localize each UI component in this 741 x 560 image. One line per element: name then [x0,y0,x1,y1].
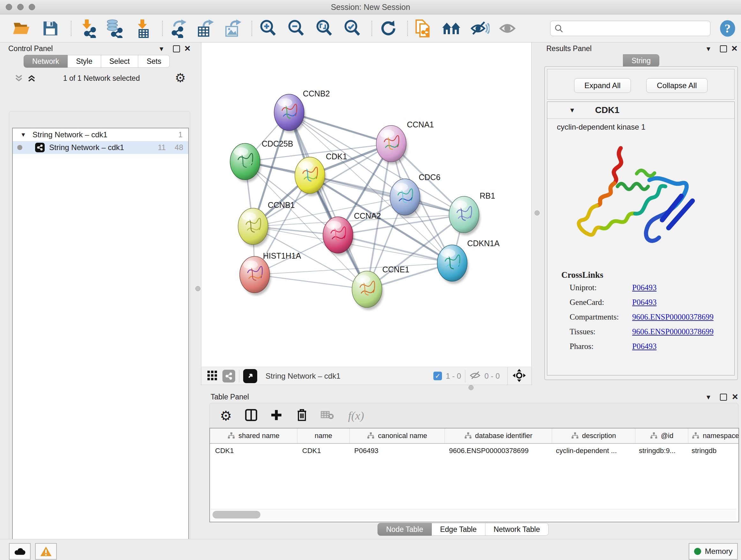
column-header-canonical-name[interactable]: canonical name [350,428,445,443]
delete-table-icon[interactable] [321,410,334,422]
panel-close-icon[interactable]: × [732,391,738,402]
memory-button[interactable]: Memory [689,543,738,560]
column-header-database-identifier[interactable]: database identifier [445,428,552,443]
network-node-CCNA1[interactable] [376,125,408,165]
network-row[interactable]: String Network – cdk1 11 48 [13,141,188,154]
crosslink-link[interactable]: P06493 [632,298,657,307]
panel-maximize-icon[interactable] [720,45,727,52]
network-node-CDK1[interactable] [295,157,326,196]
network-node-CCNB1[interactable] [238,208,269,247]
left-splitter-grip[interactable] [195,286,200,291]
expand-all-button[interactable]: Expand All [574,78,631,93]
panel-float-icon[interactable]: ▼ [705,394,712,401]
expand-all-tree-icon[interactable] [27,73,37,84]
selected-nodes-checkbox-icon[interactable]: ✓ [433,372,442,380]
crosslink-link[interactable]: P06493 [632,283,657,292]
network-node-HIST1H1A[interactable] [240,256,271,295]
table-cell[interactable]: P06493 [349,444,444,458]
column-header-description[interactable]: description [552,428,635,443]
grid-view-icon[interactable] [206,370,218,382]
table-options-gear-icon[interactable]: ⚙ [220,408,232,424]
show-all-button[interactable] [498,19,518,38]
network-node-CDKN1A[interactable] [437,245,468,284]
network-collection-row[interactable]: ▼ String Network – cdk1 1 [13,128,188,141]
panel-close-icon[interactable]: × [185,43,191,54]
table-cell[interactable]: 9606.ENSP00000378699 [444,444,551,458]
column-header-@id[interactable]: @id [635,428,688,443]
zoom-out-button[interactable] [286,19,307,38]
tab-network-table[interactable]: Network Table [485,523,549,536]
tab-select[interactable]: Select [101,55,138,68]
column-header-shared-name[interactable]: shared name [210,428,297,443]
refresh-view-button[interactable] [378,19,398,38]
zoom-in-button[interactable] [258,19,278,38]
import-network-file-button[interactable] [77,19,98,38]
collapse-all-button[interactable]: Collapse All [646,78,708,93]
collection-collapse-icon[interactable]: ▼ [20,132,26,138]
network-options-gear-icon[interactable]: ⚙ [175,71,186,85]
export-network-button[interactable] [169,19,189,38]
network-edge-CDK1-RB1[interactable] [310,175,464,214]
network-canvas[interactable]: CCNB2CCNA1CDC25BCDK1CDC6RB1CCNB1CCNA2CDK… [201,42,532,367]
delete-column-trash-icon[interactable] [296,409,308,423]
network-node-CCNA2[interactable] [323,217,354,256]
help-button[interactable]: ? [718,19,738,38]
network-edge-HIST1H1A-CCNE1[interactable] [255,274,367,289]
tab-string[interactable]: String [623,54,659,67]
tab-network[interactable]: Network [23,55,68,68]
panel-float-icon[interactable]: ▼ [158,45,165,53]
first-neighbors-button[interactable] [442,19,462,38]
show-columns-icon[interactable] [245,409,258,423]
search-input[interactable] [566,22,708,34]
zoom-fit-button[interactable] [314,19,334,38]
tab-edge-table[interactable]: Edge Table [432,523,485,536]
scrollbar-thumb[interactable] [212,511,260,518]
column-header-name[interactable]: name [297,428,350,443]
network-share-view-icon[interactable] [222,370,235,382]
hide-selected-button[interactable] [470,19,490,38]
import-network-database-button[interactable] [104,19,125,38]
network-node-RB1[interactable] [449,196,480,235]
table-cell[interactable]: CDK1 [210,444,297,458]
create-column-plus-icon[interactable] [270,409,282,422]
network-edge-CCNB2-CCNE1[interactable] [289,112,367,289]
hidden-eye-icon[interactable] [469,370,482,382]
export-image-button[interactable] [223,19,243,38]
network-node-CDC6[interactable] [390,179,421,218]
function-builder-icon[interactable]: f(x) [348,409,364,422]
crosslink-link[interactable]: P06493 [632,342,657,351]
panel-close-icon[interactable]: × [731,43,738,54]
table-row[interactable]: CDK1CDK1P064939606.ENSP00000378699cyclin… [210,444,738,458]
tab-sets[interactable]: Sets [138,55,170,68]
network-node-CCNB2[interactable] [274,94,306,133]
protein-card-header[interactable]: ▼ CDK1 [547,102,734,119]
import-table-file-button[interactable] [133,19,153,38]
clone-network-button[interactable] [414,19,434,38]
table-cell[interactable]: CDK1 [297,444,349,458]
save-session-button[interactable] [40,19,61,38]
right-splitter-grip[interactable] [535,210,540,215]
pan-crosshair-icon[interactable] [512,368,526,384]
panel-maximize-icon[interactable] [173,45,180,52]
birds-eye-view-icon[interactable] [243,369,257,383]
column-header-namespace[interactable]: namespace [688,428,739,443]
collapse-arrow-icon[interactable]: ▼ [569,107,576,114]
zoom-selected-button[interactable] [342,19,362,38]
network-node-CCNE1[interactable] [352,271,383,310]
export-table-button[interactable] [195,19,216,38]
bottom-splitter-grip[interactable] [468,385,474,390]
table-cell[interactable]: cyclin-dependent ... [551,444,634,458]
tab-node-table[interactable]: Node Table [378,523,432,536]
table-cell[interactable]: stringdb [686,444,739,458]
panel-maximize-icon[interactable] [720,394,727,401]
crosslink-link[interactable]: 9606.ENSP00000378699 [632,327,714,336]
warnings-button[interactable] [35,543,57,560]
crosslink-link[interactable]: 9606.ENSP00000378699 [632,313,714,321]
open-session-button[interactable] [11,19,32,38]
collapse-all-tree-icon[interactable] [14,73,23,84]
network-graph[interactable]: CCNB2CCNA1CDC25BCDK1CDC6RB1CCNB1CCNA2CDK… [201,43,531,367]
cloud-status-button[interactable] [9,543,30,560]
tab-style[interactable]: Style [68,55,101,68]
table-cell[interactable]: stringdb:9... [634,444,686,458]
panel-float-icon[interactable]: ▼ [705,45,712,53]
